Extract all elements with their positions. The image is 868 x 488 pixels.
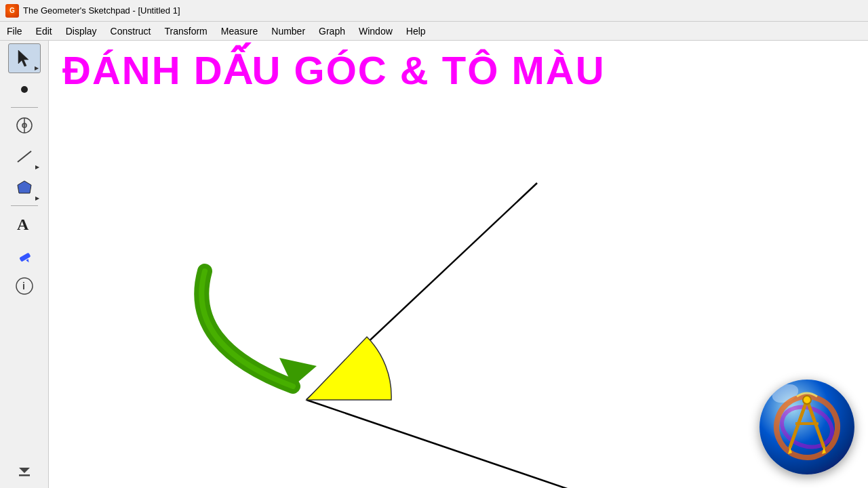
- marker-tool[interactable]: [8, 240, 41, 270]
- app-icon: G: [5, 4, 19, 18]
- menu-construct[interactable]: Construct: [104, 23, 158, 39]
- svg-rect-14: [19, 474, 30, 476]
- svg-marker-13: [19, 468, 30, 473]
- titlebar: G The Geometer's Sketchpad - [Untitled 1…: [0, 0, 868, 22]
- point-tool[interactable]: [8, 75, 41, 104]
- menu-measure[interactable]: Measure: [214, 23, 264, 39]
- line-tool-arrow: ▶: [35, 164, 39, 170]
- marker-icon: [15, 245, 34, 264]
- svg-text:i: i: [22, 281, 25, 291]
- logo-sphere: [760, 380, 854, 474]
- more-tools-icon: [15, 461, 34, 480]
- toolbar: ▶ + ▶: [0, 41, 49, 488]
- app-logo: [760, 380, 854, 474]
- svg-marker-7: [18, 181, 31, 193]
- select-tool[interactable]: ▶: [8, 43, 41, 73]
- polygon-tool-arrow: ▶: [35, 195, 39, 201]
- more-tools[interactable]: [8, 455, 41, 485]
- polygon-tool[interactable]: ▶: [8, 173, 41, 203]
- toolbar-divider-1: [11, 107, 38, 108]
- svg-line-6: [18, 151, 31, 162]
- compass-icon: +: [15, 116, 34, 135]
- svg-point-1: [21, 86, 28, 93]
- svg-rect-9: [19, 253, 31, 262]
- menu-help[interactable]: Help: [399, 23, 433, 39]
- menu-graph[interactable]: Graph: [312, 23, 352, 39]
- main-area: ▶ + ▶: [0, 41, 868, 488]
- line-tool[interactable]: ▶: [8, 142, 41, 171]
- menu-window[interactable]: Window: [352, 23, 399, 39]
- menu-edit[interactable]: Edit: [29, 23, 59, 39]
- compass-tool[interactable]: +: [8, 110, 41, 140]
- svg-marker-10: [26, 259, 30, 263]
- info-icon: i: [15, 277, 34, 296]
- logo-compass: [760, 380, 854, 474]
- info-tool[interactable]: i: [8, 271, 41, 301]
- svg-text:+: +: [22, 122, 26, 129]
- menu-display[interactable]: Display: [59, 23, 104, 39]
- svg-marker-0: [18, 50, 28, 66]
- text-tool[interactable]: A: [8, 209, 41, 239]
- svg-point-23: [803, 396, 811, 404]
- canvas[interactable]: ĐÁNH DẤU GÓC & TÔ MÀU: [49, 41, 868, 488]
- polygon-icon: [15, 178, 34, 197]
- svg-line-16: [307, 400, 605, 488]
- menubar: File Edit Display Construct Transform Me…: [0, 22, 868, 41]
- line-icon: [15, 147, 34, 166]
- geometry-drawing: [49, 41, 868, 488]
- tool-arrow: ▶: [35, 65, 39, 71]
- text-icon: A: [15, 214, 34, 233]
- title-text: The Geometer's Sketchpad - [Untitled 1]: [23, 5, 180, 16]
- select-icon: [15, 49, 34, 68]
- toolbar-divider-2: [11, 205, 38, 206]
- menu-transform[interactable]: Transform: [158, 23, 214, 39]
- point-icon: [15, 80, 34, 99]
- menu-number[interactable]: Number: [264, 23, 312, 39]
- svg-text:A: A: [17, 216, 29, 233]
- menu-file[interactable]: File: [0, 23, 29, 39]
